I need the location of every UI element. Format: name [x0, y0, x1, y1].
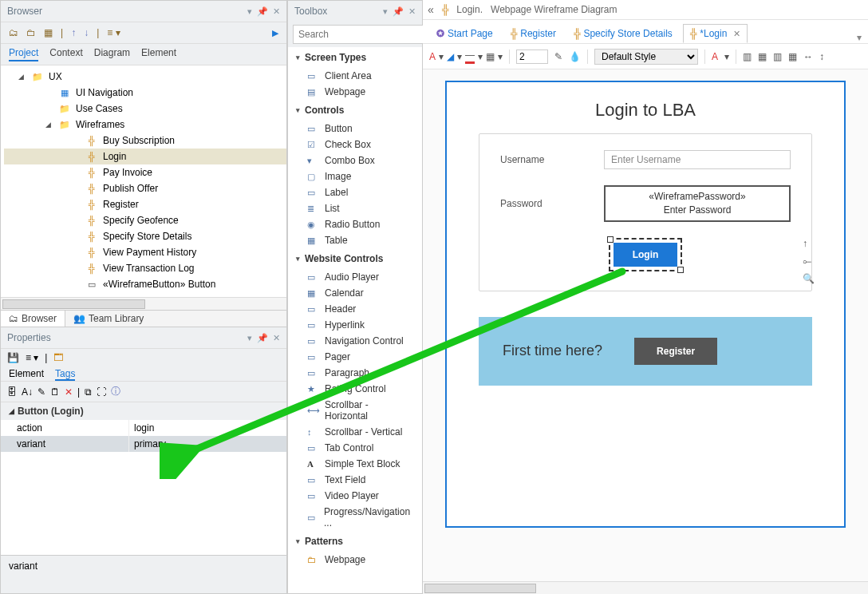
collapse-icon[interactable]: « [428, 3, 434, 16]
tool-delete-icon[interactable]: ✕ [65, 386, 73, 398]
toolbox-item[interactable]: ▭Video Player [288, 488, 422, 504]
new-diagram-icon[interactable]: 🗀 [26, 27, 36, 38]
nav-up-icon[interactable]: ↑ [71, 27, 76, 38]
tab-diagram[interactable]: Diagram [94, 47, 130, 61]
username-field[interactable]: Enter Username [604, 150, 791, 169]
toolbox-item[interactable]: ▭Tab Control [288, 440, 422, 456]
toolbox-item[interactable]: ▭Hyperlink [288, 317, 422, 333]
tree-node-login[interactable]: Login [103, 151, 126, 162]
align-right-icon[interactable]: ▥ [773, 51, 782, 62]
close-icon[interactable]: ✕ [273, 333, 280, 343]
tree-node[interactable]: Register [103, 199, 139, 210]
toolbox-item[interactable]: ▭Audio Player [288, 269, 422, 285]
tab-context[interactable]: Context [49, 47, 82, 61]
close-icon[interactable]: ✕ [273, 6, 280, 17]
tool-note-icon[interactable]: 🗒 [50, 386, 60, 398]
tool-struct-icon[interactable]: ⛶ [97, 386, 106, 398]
line-weight-input[interactable] [516, 50, 548, 64]
toolbox-group[interactable]: Patterns [288, 531, 422, 552]
quicklink-icon[interactable]: ⟜ [803, 255, 815, 267]
toolbox-group[interactable]: Website Controls [288, 248, 422, 269]
tree-node[interactable]: View Payment History [103, 247, 196, 258]
tree-node-ux[interactable]: UX [49, 71, 62, 82]
tab-tags[interactable]: Tags [55, 368, 75, 381]
tab-project[interactable]: Project [9, 47, 38, 61]
toolbox-list[interactable]: Screen Types ▭Client Area ▤Webpage Contr… [288, 47, 422, 593]
horizontal-scrollbar[interactable] [1, 297, 286, 310]
toolbox-item[interactable]: ▭Pager [288, 349, 422, 365]
close-tab-icon[interactable]: ✕ [733, 29, 740, 39]
close-icon[interactable]: ✕ [408, 6, 416, 17]
tool-categorize-icon[interactable]: 🗄 [7, 386, 17, 398]
toolbox-item[interactable]: ▭Navigation Control [288, 333, 422, 349]
tabs-dropdown-icon[interactable]: ▾ [857, 32, 862, 43]
dropdown-icon[interactable]: ▾ [383, 6, 388, 17]
toolbox-search-input[interactable] [294, 29, 423, 40]
drop-icon[interactable]: 💧 [569, 51, 581, 62]
hamburger-icon[interactable]: ≡ ▾ [107, 27, 120, 38]
save-icon[interactable]: 💾 [7, 352, 19, 363]
expand-toggle[interactable]: ◢ [18, 73, 26, 81]
toolbox-item[interactable]: ▭Progress/Navigation ... [288, 504, 422, 531]
play-icon[interactable]: ▶ [272, 28, 278, 38]
menu-icon[interactable]: ≡ ▾ [26, 352, 38, 363]
password-field[interactable]: «WireframePassword» Enter Password [604, 185, 791, 222]
toolbox-item[interactable]: ≣List [288, 200, 422, 216]
toolbox-item[interactable]: ▭Paragraph [288, 365, 422, 381]
toolbox-item[interactable]: ▭Button [288, 121, 422, 137]
selection-frame[interactable]: Login [609, 238, 683, 271]
tab-specify-store[interactable]: Specify Store Details [566, 24, 680, 43]
toolbox-item[interactable]: ▦Table [288, 232, 422, 248]
toolbox-item[interactable]: ASimple Text Block [288, 456, 422, 472]
dist-h-icon[interactable]: ↔ [803, 51, 813, 62]
align-center-icon[interactable]: ▦ [758, 51, 767, 62]
fill-icon[interactable]: ◢ [447, 51, 454, 62]
toolbox-item[interactable]: ★Rating Control [288, 381, 422, 397]
design-canvas[interactable]: Login to LBA Username Enter Username Pas… [445, 81, 846, 528]
expand-toggle[interactable]: ◢ [45, 121, 53, 129]
toolbox-item[interactable]: ▤Webpage [288, 84, 422, 100]
toolbox-item[interactable]: ☑Check Box [288, 137, 422, 152]
tree-node[interactable]: Specify Store Details [103, 231, 191, 242]
toolbox-group[interactable]: Controls [288, 100, 422, 121]
toolbox-group[interactable]: Screen Types [288, 47, 422, 68]
dropdown-icon[interactable]: ▾ [247, 333, 252, 343]
dist-v-icon[interactable]: ↕ [819, 51, 824, 62]
line-color-icon[interactable]: ― [465, 50, 475, 64]
toolbox-item[interactable]: ▦Calendar [288, 285, 422, 301]
pin-icon[interactable]: 📌 [257, 333, 268, 343]
font-color-icon[interactable]: A [429, 51, 436, 62]
tree-node[interactable]: Use Cases [76, 103, 123, 114]
login-button[interactable]: Login [614, 243, 678, 267]
align-left-icon[interactable]: ▥ [743, 51, 752, 62]
toolbox-item[interactable]: ▢Image [288, 168, 422, 184]
move-up-icon[interactable]: ↑ [803, 238, 815, 249]
toolbox-item[interactable]: 🗀Webpage [288, 552, 422, 568]
tree-node[interactable]: Publish Offer [103, 183, 158, 194]
tree-node[interactable]: Wireframes [76, 119, 124, 130]
footer-tab-browser[interactable]: 🗂Browser [1, 311, 65, 327]
toolbox-item[interactable]: ◉Radio Button [288, 216, 422, 232]
toolbox-item[interactable]: ⟷Scrollbar - Horizontal [288, 397, 422, 424]
tool-sort-icon[interactable]: A↓ [22, 386, 33, 398]
style-select[interactable]: Default Style [594, 49, 698, 65]
canvas-scrollbar[interactable] [423, 581, 868, 594]
zoom-icon[interactable]: 🔍 [803, 273, 815, 284]
nav-down-icon[interactable]: ↓ [84, 27, 89, 38]
options-icon[interactable]: 🗔 [53, 352, 63, 363]
tree-node[interactable]: «WireframeButton» Button [103, 279, 215, 290]
tree-node[interactable]: Pay Invoice [103, 167, 152, 178]
pin-icon[interactable]: 📌 [257, 6, 268, 17]
dropdown-icon[interactable]: ▾ [247, 6, 252, 17]
palette-icon[interactable]: ▦ [486, 51, 495, 62]
footer-tab-team[interactable]: 👥Team Library [65, 311, 152, 327]
tab-login[interactable]: *Login✕ [683, 24, 748, 43]
toolbox-item[interactable]: ▭Header [288, 301, 422, 317]
toolbox-item[interactable]: ▭Client Area [288, 68, 422, 84]
prop-value[interactable]: login [128, 420, 286, 436]
textcolor2-icon[interactable]: A [712, 51, 718, 62]
prop-value[interactable]: primary [128, 436, 286, 452]
tree-node[interactable]: Buy Subscription [103, 135, 175, 146]
toolbox-item[interactable]: ▾Combo Box [288, 152, 422, 168]
tab-element[interactable]: Element [9, 368, 44, 381]
